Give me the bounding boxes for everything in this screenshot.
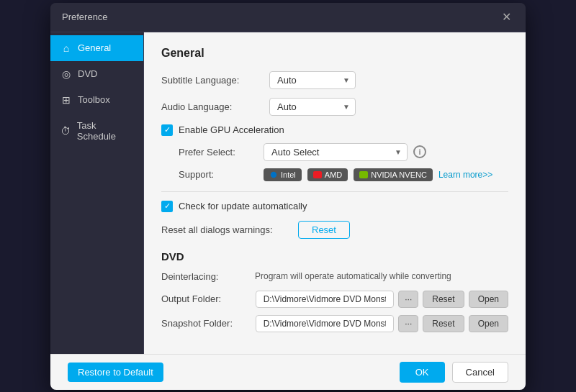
sidebar-label-task-schedule: Task Schedule (77, 120, 133, 142)
preference-dialog: Preference ✕ ⌂ General ◎ DVD ⊞ Toolbox ⏱… (50, 3, 526, 390)
toolbox-icon: ⊞ (60, 94, 72, 106)
output-folder-open-button[interactable]: Open (469, 291, 508, 308)
snapshot-folder-label: Snapshot Folder: (161, 318, 251, 329)
reset-dialogs-button[interactable]: Reset (298, 221, 350, 239)
deinterlacing-row: Deinterlacing: Program will operate auto… (161, 271, 508, 282)
audio-language-label: Audio Language: (161, 101, 269, 112)
snapshot-folder-reset-button[interactable]: Reset (423, 315, 464, 332)
divider-1 (161, 191, 508, 192)
audio-language-row: Audio Language: Auto English Chinese ▼ (161, 98, 508, 116)
check-update-row: ✓ Check for update automatically (161, 201, 508, 212)
prefer-label: Prefer Select: (179, 147, 258, 158)
snapshot-folder-row: Snapshot Folder: ··· Reset Open (161, 315, 508, 332)
output-folder-reset-button[interactable]: Reset (423, 291, 464, 308)
gpu-section: ✓ Enable GPU Acceleration Prefer Select:… (161, 124, 508, 181)
output-folder-input[interactable] (256, 291, 395, 308)
sidebar-label-general: General (78, 42, 111, 53)
gpu-checkbox-label: Enable GPU Acceleration (179, 124, 284, 135)
intel-logo (269, 171, 278, 178)
output-folder-dots-button[interactable]: ··· (398, 291, 418, 308)
home-icon: ⌂ (60, 42, 72, 54)
dvd-icon: ◎ (60, 68, 72, 80)
output-folder-label: Output Folder: (161, 293, 251, 304)
dialog-body: ⌂ General ◎ DVD ⊞ Toolbox ⏱ Task Schedul… (50, 32, 526, 354)
check-update-check-icon: ✓ (164, 202, 171, 210)
dvd-section-title: DVD (161, 250, 508, 263)
clock-icon: ⏱ (60, 125, 71, 137)
close-button[interactable]: ✕ (499, 10, 514, 24)
subtitle-language-wrapper: Auto English Chinese ▼ (269, 71, 356, 89)
ok-button[interactable]: OK (400, 362, 445, 383)
sidebar-item-general[interactable]: ⌂ General (50, 35, 143, 61)
reset-dialogs-row: Reset all dialogs warnings: Reset (161, 221, 508, 239)
restore-default-button[interactable]: Restore to Default (68, 363, 163, 382)
footer: Restore to Default OK Cancel (50, 354, 526, 390)
sidebar-item-task-schedule[interactable]: ⏱ Task Schedule (50, 113, 143, 149)
svg-rect-1 (313, 171, 322, 178)
dialog-title: Preference (62, 12, 108, 22)
svg-point-0 (271, 171, 276, 177)
prefer-select-wrapper: Auto Select Intel AMD NVIDIA NVENC ▼ (264, 143, 408, 161)
sidebar-label-dvd: DVD (78, 68, 97, 79)
audio-language-select[interactable]: Auto English Chinese (269, 98, 356, 116)
prefer-select-row: Prefer Select: Auto Select Intel AMD NVI… (179, 143, 508, 161)
footer-actions: OK Cancel (400, 362, 508, 383)
cancel-button[interactable]: Cancel (452, 362, 508, 383)
deinterlacing-label: Deinterlacing: (161, 271, 255, 282)
sidebar-item-toolbox[interactable]: ⊞ Toolbox (50, 87, 143, 113)
sidebar-item-dvd[interactable]: ◎ DVD (50, 61, 143, 87)
main-content: General Subtitle Language: Auto English … (144, 32, 526, 354)
section-title: General (161, 47, 508, 60)
nvidia-badge: NVIDIA NVENC (354, 168, 433, 181)
amd-logo (313, 171, 322, 178)
check-icon: ✓ (164, 126, 171, 134)
support-label: Support: (179, 169, 258, 180)
snapshot-folder-dots-button[interactable]: ··· (398, 315, 418, 332)
title-bar: Preference ✕ (50, 3, 526, 32)
subtitle-language-select[interactable]: Auto English Chinese (269, 71, 356, 89)
check-update-label: Check for update automatically (179, 201, 307, 211)
snapshot-folder-input[interactable] (256, 315, 395, 332)
learn-more-link[interactable]: Learn more>> (438, 170, 492, 180)
output-folder-row: Output Folder: ··· Reset Open (161, 291, 508, 308)
info-icon[interactable]: i (413, 145, 426, 158)
prefer-select[interactable]: Auto Select Intel AMD NVIDIA NVENC (264, 143, 408, 161)
audio-language-wrapper: Auto English Chinese ▼ (269, 98, 356, 116)
check-update-checkbox[interactable]: ✓ (161, 201, 173, 212)
intel-badge: Intel (264, 168, 302, 181)
gpu-checkbox[interactable]: ✓ (161, 124, 173, 136)
nvidia-logo (359, 171, 368, 178)
sidebar-label-toolbox: Toolbox (78, 94, 110, 105)
subtitle-language-label: Subtitle Language: (161, 75, 269, 86)
subtitle-language-row: Subtitle Language: Auto English Chinese … (161, 71, 508, 89)
sidebar: ⌂ General ◎ DVD ⊞ Toolbox ⏱ Task Schedul… (50, 32, 144, 354)
amd-badge: AMD (307, 168, 348, 181)
svg-rect-2 (359, 171, 368, 178)
snapshot-folder-open-button[interactable]: Open (469, 315, 508, 332)
gpu-checkbox-row: ✓ Enable GPU Acceleration (161, 124, 508, 136)
deinterlacing-value: Program will operate automatically while… (255, 271, 451, 281)
support-row: Support: Intel AMD NVIDIA NVENC Learn mo… (179, 168, 508, 181)
reset-dialogs-label: Reset all dialogs warnings: (161, 224, 298, 235)
